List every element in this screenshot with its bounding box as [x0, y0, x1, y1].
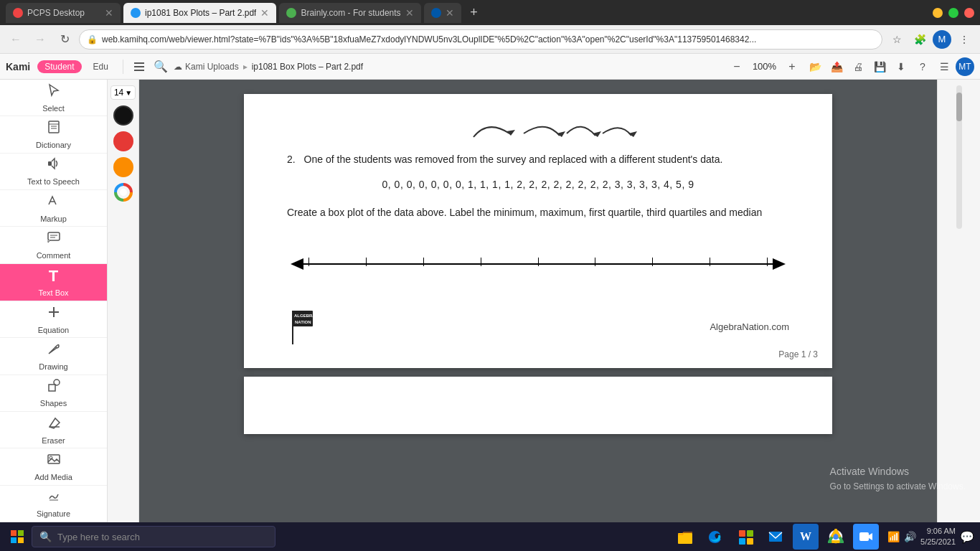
- tab-hp[interactable]: ✕: [424, 3, 461, 23]
- sidebar-item-eraser[interactable]: Eraser: [0, 412, 107, 448]
- tick-marks: [308, 262, 768, 266]
- tab-close-brainly[interactable]: ✕: [405, 7, 414, 19]
- sidebar-item-signature[interactable]: Signature: [0, 486, 107, 522]
- tab-close-pcps[interactable]: ✕: [105, 7, 113, 19]
- tab-close-boxplots[interactable]: ✕: [260, 7, 269, 19]
- tab-brainly[interactable]: Brainly.com - For students ✕: [279, 3, 420, 23]
- user-avatar[interactable]: MT: [956, 57, 974, 76]
- network-icon[interactable]: 📶: [887, 531, 900, 542]
- taskbar-clock[interactable]: 9:06 AM 5/25/2021: [920, 526, 956, 548]
- taskbar-app-mail[interactable]: [763, 524, 788, 550]
- address-bar[interactable]: 🔒 web.kamihq.com/web/viewer.html?state=%…: [79, 29, 882, 50]
- student-button[interactable]: Student: [37, 60, 81, 73]
- number-line-container: [287, 242, 789, 286]
- taskbar-app-edge[interactable]: [702, 524, 728, 550]
- sidebar-item-equation[interactable]: Equation: [0, 301, 107, 338]
- shapes-label: Shapes: [40, 399, 67, 408]
- next-page-area: [244, 377, 832, 434]
- tab-close-hp[interactable]: ✕: [446, 7, 454, 19]
- eraser-icon: [47, 415, 61, 433]
- refresh-button[interactable]: ↻: [55, 29, 75, 50]
- color-swatch-red[interactable]: [113, 131, 133, 151]
- nav-right-icons: ☆ 🧩 M ⋮: [887, 29, 974, 50]
- tick-2: [366, 258, 367, 266]
- notification-icon[interactable]: 💬: [960, 530, 974, 544]
- back-button[interactable]: ←: [6, 29, 26, 50]
- color-swatch-black[interactable]: [113, 105, 133, 126]
- zoom-out-button[interactable]: −: [728, 58, 745, 75]
- tab-favicon-boxplots: [131, 8, 141, 18]
- tab-boxplots[interactable]: ip1081 Box Plots – Part 2.pdf ✕: [123, 3, 276, 23]
- tab-favicon-brainly: [286, 8, 296, 18]
- download-button[interactable]: ⬇: [891, 57, 911, 77]
- select-label: Select: [42, 104, 65, 113]
- search-icon[interactable]: 🔍: [152, 58, 169, 75]
- volume-icon[interactable]: 🔊: [904, 531, 916, 542]
- sidebar-item-select[interactable]: Select: [0, 80, 107, 116]
- tts-label: Text to Speech: [27, 177, 80, 186]
- shapes-icon: [47, 378, 61, 396]
- sidebar-item-shapes[interactable]: Shapes: [0, 375, 107, 412]
- sidebar-item-textbox[interactable]: T Text Box: [0, 264, 107, 301]
- profile-button[interactable]: M: [933, 30, 951, 49]
- sidebar-item-drawing[interactable]: Drawing: [0, 338, 107, 375]
- tab-pcps[interactable]: PCPS Desktop ✕: [6, 3, 121, 23]
- taskbar-app-file-explorer[interactable]: [672, 524, 698, 550]
- svg-rect-34: [18, 537, 24, 543]
- sidebar-item-comment[interactable]: Comment: [0, 227, 107, 263]
- share-button[interactable]: 📤: [826, 57, 847, 77]
- new-tab-button[interactable]: +: [464, 3, 484, 23]
- close-button[interactable]: [964, 8, 974, 18]
- maximize-button[interactable]: [948, 8, 958, 18]
- help-button[interactable]: ?: [913, 57, 933, 77]
- taskbar-app-word[interactable]: W: [793, 524, 819, 550]
- font-size-control[interactable]: 14 ▼: [110, 85, 136, 100]
- tab-label-boxplots: ip1081 Box Plots – Part 2.pdf: [145, 8, 256, 18]
- taskbar-app-chrome[interactable]: [823, 524, 849, 550]
- taskbar-search[interactable]: 🔍 Type here to search: [32, 526, 275, 547]
- sidebar-item-dictionary[interactable]: Dictionary: [0, 116, 107, 153]
- tick-1: [308, 258, 309, 266]
- svg-rect-15: [49, 385, 55, 391]
- uploads-link[interactable]: ☁ Kami Uploads: [174, 62, 239, 72]
- document-area[interactable]: 2. One of the students was removed from …: [139, 80, 937, 551]
- eraser-label: Eraser: [42, 436, 65, 445]
- document-content: 2. One of the students was removed from …: [287, 151, 789, 347]
- more-menu-button[interactable]: ☰: [934, 57, 954, 77]
- scrollbar-track[interactable]: [956, 85, 962, 229]
- print-button[interactable]: 🖨: [848, 57, 868, 77]
- address-text: web.kamihq.com/web/viewer.html?state=%7B…: [102, 34, 875, 44]
- minimize-button[interactable]: [933, 8, 943, 18]
- taskbar-app-store[interactable]: [732, 524, 758, 550]
- sidebar-item-addmedia[interactable]: Add Media: [0, 448, 107, 485]
- zoom-in-button[interactable]: +: [783, 58, 801, 75]
- palette-icon[interactable]: [114, 183, 133, 206]
- markup-label: Markup: [40, 215, 67, 223]
- forward-button[interactable]: →: [30, 29, 50, 50]
- extensions-button[interactable]: 🧩: [910, 29, 930, 50]
- browser-frame: PCPS Desktop ✕ ip1081 Box Plots – Part 2…: [0, 0, 980, 551]
- sidebar-toggle-button[interactable]: [131, 58, 148, 75]
- tick-8: [710, 258, 710, 266]
- toolbar-action-icons: 📂 📤 🖨 💾 ⬇ ? ☰ MT: [805, 57, 974, 77]
- svg-text:NATION: NATION: [295, 320, 311, 324]
- svg-point-22: [120, 189, 127, 196]
- save-button[interactable]: 💾: [870, 57, 890, 77]
- edu-button[interactable]: Edu: [86, 60, 116, 73]
- menu-button[interactable]: ⋮: [954, 29, 974, 50]
- svg-rect-3: [49, 121, 59, 133]
- equation-label: Equation: [38, 326, 69, 334]
- sidebar-item-tts[interactable]: Text to Speech: [0, 154, 107, 190]
- open-file-button[interactable]: 📂: [805, 57, 825, 77]
- bookmark-star-button[interactable]: ☆: [887, 29, 907, 50]
- data-values: 0, 0, 0, 0, 0, 0, 0, 1, 1, 1, 1, 2, 2, 2…: [287, 179, 789, 190]
- color-swatch-orange[interactable]: [113, 157, 133, 177]
- svg-point-43: [834, 534, 839, 540]
- scrollbar-thumb[interactable]: [956, 93, 962, 121]
- left-sidebar: Select Dictionary Text to Speech Markup: [0, 80, 108, 551]
- start-button[interactable]: [6, 525, 29, 548]
- svg-text:ALGEBRA: ALGEBRA: [294, 314, 316, 318]
- taskbar-app-zoom[interactable]: [853, 524, 879, 550]
- taskbar: 🔍 Type here to search: [0, 522, 980, 551]
- sidebar-item-markup[interactable]: Markup: [0, 190, 107, 227]
